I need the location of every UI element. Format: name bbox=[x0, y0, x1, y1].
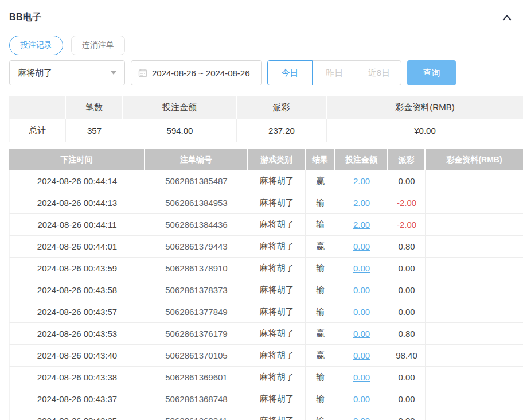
bet-amount-link[interactable]: 2.00 bbox=[353, 220, 370, 230]
order-id-cell: 5062861370105 bbox=[145, 345, 248, 367]
bet-amount-cell: 0.00 bbox=[335, 258, 388, 279]
game-type-cell: 麻将胡了 bbox=[248, 279, 306, 301]
records-header-order-id: 注单编号 bbox=[145, 149, 248, 170]
bonus-cell bbox=[426, 367, 523, 388]
game-type-cell: 麻将胡了 bbox=[248, 214, 306, 236]
quick-today-button[interactable]: 今日 bbox=[267, 60, 313, 85]
payout-cell: 0.00 bbox=[388, 258, 426, 279]
result-cell: 输 bbox=[306, 279, 335, 301]
bet-record-panel: BB电子 投注记录 连消注单 麻将胡了 bbox=[0, 0, 523, 420]
bet-amount-cell: 2.00 bbox=[335, 192, 388, 214]
result-cell: 输 bbox=[306, 301, 335, 323]
bonus-cell bbox=[426, 301, 523, 323]
order-id-cell: 5062861376179 bbox=[145, 323, 248, 345]
tab-cancelled-orders[interactable]: 连消注单 bbox=[71, 36, 125, 55]
summary-header-bet-amount: 投注金额 bbox=[123, 96, 237, 119]
table-row: 2024-08-26 00:44:13 5062861384953 麻将胡了 输… bbox=[9, 192, 523, 214]
bet-amount-cell: 0.00 bbox=[335, 301, 388, 323]
result-cell: 输 bbox=[306, 367, 335, 388]
tab-bet-records[interactable]: 投注记录 bbox=[9, 36, 63, 55]
bonus-cell bbox=[426, 214, 523, 236]
bonus-cell bbox=[426, 258, 523, 279]
summary-total-bet-amount: 594.00 bbox=[123, 119, 237, 142]
bet-amount-cell: 0.00 bbox=[335, 323, 388, 345]
game-type-cell: 麻将胡了 bbox=[248, 367, 306, 388]
order-id-cell: 5062861377849 bbox=[145, 301, 248, 323]
quick-yesterday-button[interactable]: 昨日 bbox=[312, 60, 357, 85]
bonus-cell bbox=[426, 345, 523, 367]
bet-time-cell: 2024-08-26 00:43:40 bbox=[9, 345, 145, 367]
records-header-game: 游戏类别 bbox=[248, 149, 306, 170]
order-id-cell: 5062861384436 bbox=[145, 214, 248, 236]
bet-amount-link[interactable]: 0.00 bbox=[353, 263, 370, 273]
summary-header-bonus: 彩金资料(RMB) bbox=[327, 96, 523, 119]
chevron-up-icon[interactable] bbox=[501, 11, 513, 23]
filter-bar: 麻将胡了 2024-08-26 ~ 2024-08-26 今日 昨日 近8日 查… bbox=[9, 60, 514, 85]
payout-cell: -2.00 bbox=[388, 192, 426, 214]
bet-amount-cell: 0.00 bbox=[335, 236, 388, 258]
payout-cell: 0.80 bbox=[388, 323, 426, 345]
bet-amount-link[interactable]: 0.00 bbox=[353, 394, 370, 404]
bet-amount-link[interactable]: 0.00 bbox=[353, 416, 370, 420]
bonus-cell bbox=[426, 388, 523, 410]
bet-amount-link[interactable]: 2.00 bbox=[353, 176, 370, 186]
bet-amount-link[interactable]: 2.00 bbox=[353, 198, 370, 208]
result-cell: 输 bbox=[306, 258, 335, 279]
bet-amount-cell: 0.00 bbox=[335, 367, 388, 388]
payout-cell: 0.00 bbox=[388, 367, 426, 388]
result-cell: 赢 bbox=[306, 323, 335, 345]
bet-amount-cell: 2.00 bbox=[335, 214, 388, 236]
bonus-cell bbox=[426, 410, 523, 420]
bet-time-cell: 2024-08-26 00:43:58 bbox=[9, 279, 145, 301]
records-header-row: 下注时间 注单编号 游戏类别 结果 投注金额 派彩 彩金资料(RMB) bbox=[9, 149, 523, 170]
bet-time-cell: 2024-08-26 00:43:38 bbox=[9, 367, 145, 388]
quick-date-group: 今日 昨日 近8日 bbox=[267, 60, 401, 85]
table-row: 2024-08-26 00:43:38 5062861369601 麻将胡了 输… bbox=[9, 367, 523, 388]
game-type-cell: 麻将胡了 bbox=[248, 192, 306, 214]
bet-time-cell: 2024-08-26 00:43:53 bbox=[9, 323, 145, 345]
summary-total-label: 总计 bbox=[9, 119, 66, 142]
table-row: 2024-08-26 00:43:53 5062861376179 麻将胡了 赢… bbox=[9, 323, 523, 345]
game-type-cell: 麻将胡了 bbox=[248, 170, 306, 192]
table-row: 2024-08-26 00:43:58 5062861378373 麻将胡了 输… bbox=[9, 279, 523, 301]
bet-time-cell: 2024-08-26 00:43:57 bbox=[9, 301, 145, 323]
game-type-cell: 麻将胡了 bbox=[248, 388, 306, 410]
bet-amount-cell: 0.00 bbox=[335, 410, 388, 420]
page-title: BB电子 bbox=[9, 11, 42, 24]
caret-down-icon bbox=[111, 71, 116, 75]
game-type-cell: 麻将胡了 bbox=[248, 410, 306, 420]
result-cell: 输 bbox=[306, 410, 335, 420]
order-id-cell: 5062861369601 bbox=[145, 367, 248, 388]
bet-amount-link[interactable]: 0.00 bbox=[353, 329, 370, 339]
records-header-result: 结果 bbox=[306, 149, 335, 170]
bet-amount-cell: 2.00 bbox=[335, 170, 388, 192]
bet-time-cell: 2024-08-26 00:43:59 bbox=[9, 258, 145, 279]
bet-amount-link[interactable]: 0.00 bbox=[353, 242, 370, 251]
bet-amount-link[interactable]: 0.00 bbox=[353, 372, 370, 382]
table-row: 2024-08-26 00:43:57 5062861377849 麻将胡了 输… bbox=[9, 301, 523, 323]
payout-cell: 0.00 bbox=[388, 301, 426, 323]
date-range-picker[interactable]: 2024-08-26 ~ 2024-08-26 bbox=[131, 60, 262, 85]
game-select-value: 麻将胡了 bbox=[18, 68, 52, 79]
game-select[interactable]: 麻将胡了 bbox=[9, 60, 125, 85]
bet-amount-link[interactable]: 0.00 bbox=[353, 307, 370, 317]
query-button[interactable]: 查询 bbox=[407, 60, 456, 85]
quick-last8days-button[interactable]: 近8日 bbox=[357, 60, 401, 85]
records-header-time: 下注时间 bbox=[9, 149, 145, 170]
bet-time-cell: 2024-08-26 00:43:37 bbox=[9, 388, 145, 410]
payout-cell: -2.00 bbox=[388, 214, 426, 236]
table-row: 2024-08-26 00:43:40 5062861370105 麻将胡了 赢… bbox=[9, 345, 523, 367]
payout-cell: 0.80 bbox=[388, 236, 426, 258]
order-id-cell: 5062861378910 bbox=[145, 258, 248, 279]
summary-header-row: 笔数 投注金额 派彩 彩金资料(RMB) bbox=[9, 96, 523, 119]
bonus-cell bbox=[426, 279, 523, 301]
summary-total-bonus: ¥0.00 bbox=[327, 119, 523, 142]
bet-amount-link[interactable]: 0.00 bbox=[353, 285, 370, 295]
bet-time-cell: 2024-08-26 00:43:35 bbox=[9, 410, 145, 420]
summary-table: 笔数 投注金额 派彩 彩金资料(RMB) 总计 357 594.00 237.2… bbox=[9, 96, 523, 142]
bet-amount-link[interactable]: 0.00 bbox=[353, 351, 370, 360]
order-id-cell: 5062861384953 bbox=[145, 192, 248, 214]
bonus-cell bbox=[426, 170, 523, 192]
order-id-cell: 5062861368748 bbox=[145, 388, 248, 410]
records-body: 2024-08-26 00:44:14 5062861385487 麻将胡了 赢… bbox=[9, 170, 523, 420]
